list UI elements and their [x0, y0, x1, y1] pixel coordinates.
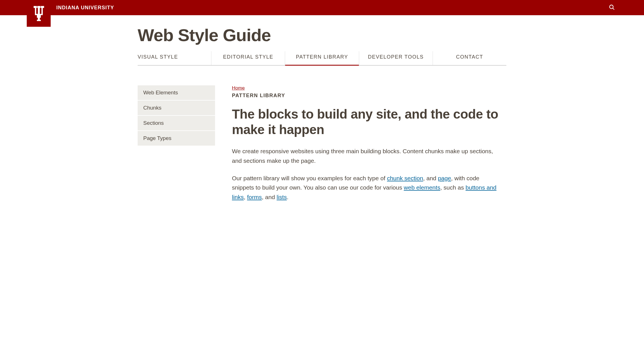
link-web-elements[interactable]: web elements: [404, 184, 440, 191]
text-segment: , and: [423, 175, 438, 181]
iu-logo[interactable]: [27, 0, 51, 27]
sidebar-item-page-types[interactable]: Page Types: [138, 131, 215, 146]
sidebar: Web Elements Chunks Sections Page Types: [138, 85, 215, 210]
site-title[interactable]: Web Style Guide: [138, 25, 506, 45]
text-segment: .: [287, 194, 289, 200]
header-region: Web Style Guide VISUAL STYLE EDITORIAL S…: [0, 25, 644, 66]
link-lists[interactable]: lists: [277, 194, 287, 200]
section-label: PATTERN LIBRARY: [232, 93, 502, 99]
intro-paragraph-1: We create responsive websites using thre…: [232, 146, 502, 165]
nav-pattern-library-label: PATTERN LIBRARY: [296, 54, 348, 60]
sidebar-item-sections[interactable]: Sections: [138, 116, 215, 131]
page-heading: The blocks to build any site, and the co…: [232, 106, 502, 137]
text-segment: ,: [244, 194, 247, 200]
main-content: Home PATTERN LIBRARY The blocks to build…: [232, 85, 502, 210]
svg-point-0: [610, 5, 613, 8]
svg-line-1: [613, 8, 614, 10]
link-chunk-section[interactable]: chunk section: [387, 175, 423, 181]
nav-editorial-style[interactable]: EDITORIAL STYLE: [211, 51, 285, 65]
nav-contact[interactable]: CONTACT: [433, 51, 506, 65]
text-segment: Our pattern library will show you exampl…: [232, 175, 387, 181]
text-segment: , and: [262, 194, 277, 200]
global-topbar: INDIANA UNIVERSITY: [0, 0, 644, 15]
nav-pattern-library[interactable]: PATTERN LIBRARY: [285, 51, 359, 65]
text-segment: , such as: [440, 184, 466, 191]
content-wrap: Web Elements Chunks Sections Page Types …: [0, 66, 644, 221]
breadcrumb-home[interactable]: Home: [232, 85, 245, 91]
main-nav: VISUAL STYLE EDITORIAL STYLE PATTERN LIB…: [138, 51, 506, 66]
sidebar-item-web-elements[interactable]: Web Elements: [138, 85, 215, 101]
intro-paragraph-2: Our pattern library will show you exampl…: [232, 174, 502, 202]
university-name[interactable]: INDIANA UNIVERSITY: [56, 5, 114, 11]
link-forms[interactable]: forms: [247, 194, 262, 200]
nav-developer-tools[interactable]: DEVELOPER TOOLS: [359, 51, 433, 65]
active-underline: [294, 65, 350, 66]
search-button[interactable]: [607, 2, 617, 14]
nav-visual-style[interactable]: VISUAL STYLE: [138, 51, 211, 65]
search-icon: [609, 4, 615, 10]
sidebar-item-chunks[interactable]: Chunks: [138, 101, 215, 116]
iu-trident-icon: [32, 5, 46, 22]
link-page[interactable]: page: [438, 175, 451, 181]
